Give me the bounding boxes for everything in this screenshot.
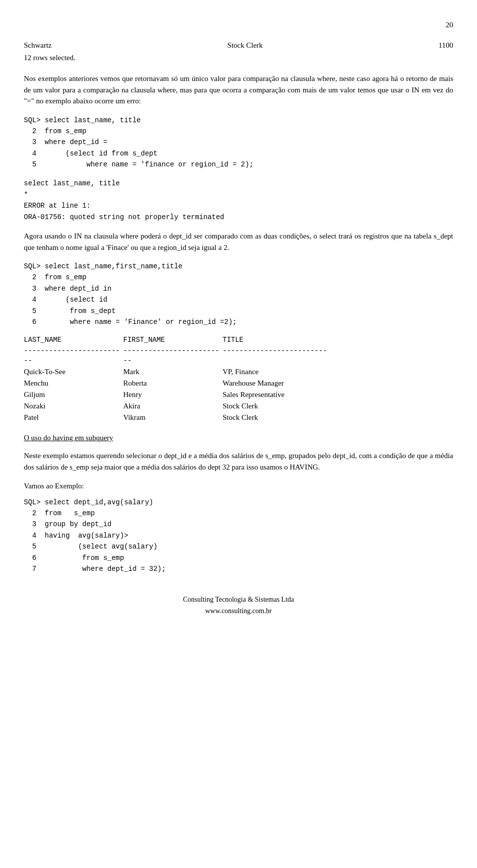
- table-data-rows: Quick-To-SeeMarkVP, FinanceMenchuRoberta…: [24, 367, 453, 423]
- paragraph4: Vamos ao Exemplo:: [24, 480, 453, 492]
- paragraph2: Agora usando o IN na clausula where pode…: [24, 231, 453, 253]
- page-number: 20: [24, 20, 453, 30]
- col-first-name: FIRST_NAME: [123, 335, 223, 345]
- header-col1: Schwartz: [24, 40, 52, 51]
- rows-selected: 12 rows selected.: [24, 53, 453, 63]
- table-row: GiljumHenrySales Representative: [24, 390, 453, 400]
- paragraph1: Nos exemplos anteriores vemos que retorn…: [24, 73, 453, 107]
- divider3: -------------------------: [223, 346, 372, 366]
- col-last-name: LAST_NAME: [24, 335, 123, 345]
- table-row: NozakiAkiraStock Clerk: [24, 401, 453, 411]
- header-col3: 1100: [439, 40, 453, 51]
- footer: Consulting Tecnologia & Sistemas Ltda ww…: [24, 594, 453, 617]
- table-row: MenchuRobertaWarehouse Manager: [24, 378, 453, 389]
- table-row: PatelVikramStock Clerk: [24, 412, 453, 423]
- table-row: Quick-To-SeeMarkVP, Finance: [24, 367, 453, 377]
- table-divider-row: ------------------------- --------------…: [24, 346, 453, 366]
- table-header-row: LAST_NAME FIRST_NAME TITLE: [24, 335, 453, 345]
- section-heading: O uso do having em subquery: [24, 433, 453, 443]
- code-block-1: SQL> select last_name, title 2 from s_em…: [24, 115, 453, 170]
- footer-line2: www.consulting.com.br: [24, 606, 453, 617]
- divider2: -------------------------: [123, 346, 223, 366]
- error-block: select last_name, title*ERROR at line 1:…: [24, 178, 453, 223]
- footer-line1: Consulting Tecnologia & Sistemas Ltda: [24, 594, 453, 605]
- divider1: -------------------------: [24, 346, 123, 366]
- header-col2: Stock Clerk: [228, 40, 263, 51]
- table-section: LAST_NAME FIRST_NAME TITLE -------------…: [24, 335, 453, 423]
- code-block-3: SQL> select dept_id,avg(salary) 2 from s…: [24, 497, 453, 575]
- col-title: TITLE: [223, 335, 372, 345]
- code-block-2: SQL> select last_name,first_name,title 2…: [24, 261, 453, 327]
- paragraph3: Neste exemplo estamos querendo seleciona…: [24, 450, 453, 473]
